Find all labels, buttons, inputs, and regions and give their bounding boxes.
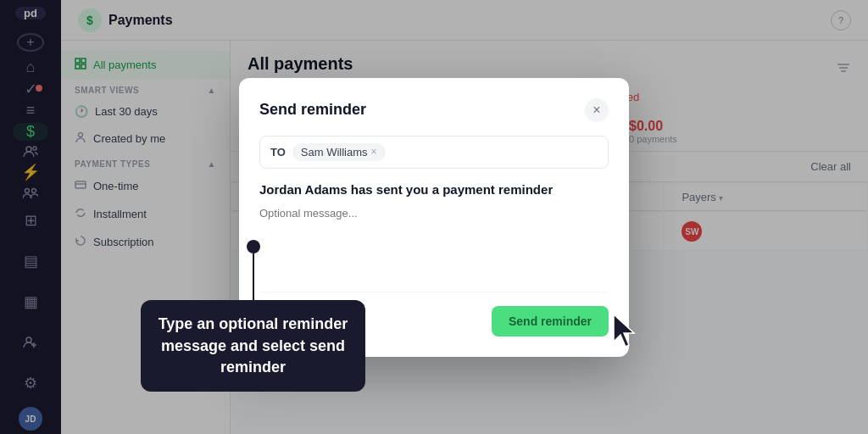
modal-title: Send reminder [259, 101, 366, 119]
send-reminder-button[interactable]: Send reminder [492, 306, 609, 337]
modal-overlay: Send reminder × TO Sam Williams × Jordan… [0, 0, 868, 434]
cursor-arrow [610, 313, 641, 356]
instruction-text: Type an optional reminder message and se… [159, 315, 348, 375]
modal-header: Send reminder × [259, 98, 609, 122]
remove-recipient-icon[interactable]: × [371, 146, 377, 158]
modal-subject: Jordan Adams has sent you a payment remi… [259, 182, 609, 197]
to-label: TO [270, 146, 286, 159]
recipient-tag[interactable]: Sam Williams × [292, 143, 386, 161]
instruction-tooltip: Type an optional reminder message and se… [141, 300, 365, 392]
recipient-name: Sam Williams [301, 146, 368, 159]
modal-close-button[interactable]: × [585, 98, 609, 122]
optional-message-textarea[interactable] [259, 207, 609, 275]
modal-to-row: TO Sam Williams × [259, 136, 609, 169]
